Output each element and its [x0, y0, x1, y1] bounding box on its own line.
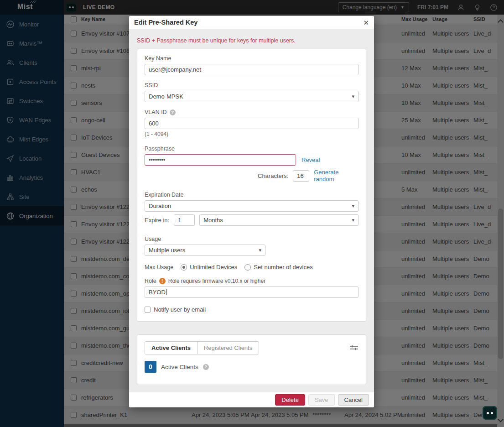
passphrase-input[interactable]: [145, 154, 296, 166]
role-warning-icon: !: [159, 278, 166, 284]
modal-footer: Delete Save Cancel: [129, 392, 374, 407]
key-name-input[interactable]: [145, 64, 359, 75]
text-cursor: [166, 289, 166, 295]
marvis-chat-icon[interactable]: [483, 406, 497, 420]
vlan-range-hint: (1 - 4094): [145, 131, 359, 137]
role-label: Role: [145, 278, 156, 284]
cancel-button[interactable]: Cancel: [338, 394, 369, 406]
unique-passphrase-warning: SSID + Passphrase must be unique for key…: [137, 37, 366, 44]
vlan-id-label: VLAN ID: [145, 109, 167, 115]
psk-form-card: Key Name SSID Demo-MPSK VLAN ID ? (1 - 4…: [137, 49, 366, 322]
role-input[interactable]: BYOD: [145, 286, 359, 298]
table-settings-icon[interactable]: [349, 344, 359, 351]
checkbox-icon: [145, 307, 151, 312]
edit-psk-modal: Edit Pre-Shared Key ✕ SSID + Passphrase …: [129, 16, 374, 407]
delete-button[interactable]: Delete: [275, 394, 305, 406]
max-usage-label: Max Usage: [145, 264, 173, 271]
generate-random-link[interactable]: Generate random: [314, 169, 359, 182]
modal-header: Edit Pre-Shared Key ✕: [129, 16, 374, 29]
radio-unselected-icon: [244, 264, 251, 271]
role-firmware-note: Role requires firmware v0.10.x or higher: [168, 278, 265, 284]
reveal-link[interactable]: Reveal: [301, 156, 320, 163]
vlan-info-icon[interactable]: ?: [170, 109, 176, 115]
tab-registered-clients[interactable]: Registered Clients: [197, 342, 259, 354]
expire-in-label: Expire in:: [145, 217, 169, 224]
modal-body: SSID + Passphrase must be unique for key…: [129, 29, 374, 392]
characters-label: Characters:: [258, 172, 288, 179]
clients-tabs: Active Clients Registered Clients: [145, 341, 259, 354]
set-number-devices-radio[interactable]: Set number of devices: [244, 264, 312, 271]
clients-panel: Active Clients Registered Clients 0 Acti…: [137, 334, 366, 385]
unlimited-devices-radio[interactable]: Unlimited Devices: [181, 264, 237, 271]
active-clients-count-badge: 0: [145, 361, 156, 373]
notify-user-checkbox[interactable]: Notify user by email: [145, 306, 359, 313]
expire-unit-select[interactable]: Months: [199, 214, 359, 226]
app-window: Mist LIVE DEMO Change language (en) ▼ FR…: [0, 0, 504, 427]
key-name-label: Key Name: [145, 55, 359, 62]
close-icon[interactable]: ✕: [363, 19, 369, 26]
modal-title: Edit Pre-Shared Key: [134, 19, 197, 26]
vlan-id-input[interactable]: [145, 118, 359, 129]
expire-in-input[interactable]: [174, 214, 195, 226]
ssid-select[interactable]: Demo-MPSK: [145, 91, 359, 102]
tab-active-clients[interactable]: Active Clients: [145, 342, 197, 354]
passphrase-label: Passphrase: [145, 146, 359, 152]
expiration-select[interactable]: Duration: [145, 200, 359, 212]
usage-select[interactable]: Multiple users: [145, 245, 265, 256]
expiration-date-label: Expiration Date: [145, 192, 359, 198]
characters-input[interactable]: [293, 170, 309, 182]
usage-label: Usage: [145, 236, 359, 242]
ssid-label: SSID: [145, 82, 359, 89]
save-button[interactable]: Save: [308, 394, 335, 406]
active-clients-info-icon[interactable]: ?: [203, 364, 209, 370]
radio-selected-icon: [181, 264, 187, 271]
active-clients-count-label: Active Clients: [161, 364, 198, 370]
